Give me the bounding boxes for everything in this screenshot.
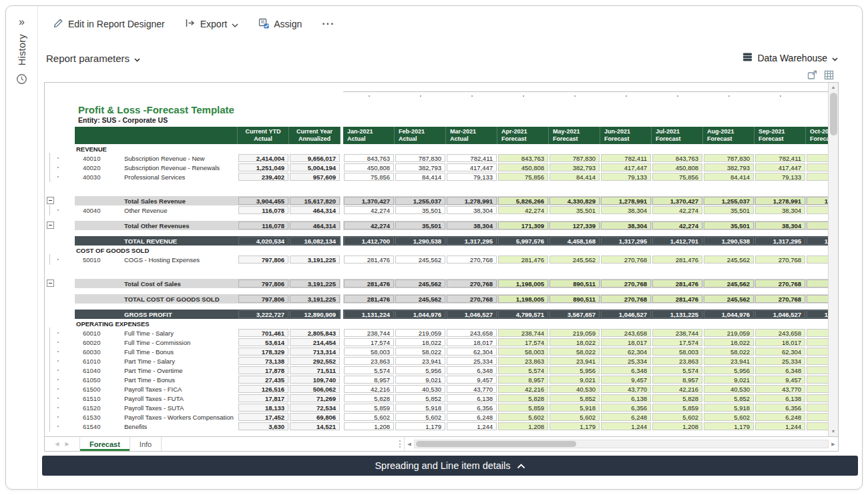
value-cell-jun2021[interactable]: 6,348 xyxy=(601,366,651,374)
vertical-scrollbar[interactable]: ▲ ▼ xyxy=(828,83,838,436)
vertical-scroll-track[interactable] xyxy=(829,135,838,427)
value-cell-apr2021[interactable]: 450,808 xyxy=(498,163,548,171)
column-header-may2021[interactable]: May-2021Forecast xyxy=(549,127,600,144)
value-cell-jun2021[interactable]: 38,304 xyxy=(601,206,651,214)
value-cell-oct2021[interactable] xyxy=(807,376,828,384)
value-cell-aug2021[interactable]: 5,918 xyxy=(704,404,754,412)
value-cell-sep2021[interactable]: 62,304 xyxy=(755,348,805,356)
column-header-ytd[interactable]: Current YTDActual xyxy=(238,127,289,144)
value-cell-may2021[interactable]: 9,021 xyxy=(550,376,600,384)
value-cell-oct2021[interactable] xyxy=(807,357,828,365)
value-cell-oct2021[interactable] xyxy=(807,366,828,374)
value-cell-jul2021[interactable]: 75,856 xyxy=(652,173,702,181)
value-cell-aug2021[interactable]: 219,059 xyxy=(704,329,754,337)
value-cell-jul2021[interactable]: 450,808 xyxy=(652,163,702,171)
assign-button[interactable]: Assign xyxy=(258,18,302,31)
value-cell-jul2021[interactable]: 238,744 xyxy=(652,329,702,337)
value-cell-aug2021[interactable]: 23,941 xyxy=(704,357,754,365)
value-cell-jul2021[interactable]: 281,476 xyxy=(652,256,702,264)
value-cell-jul2021[interactable]: 42,216 xyxy=(652,385,702,393)
column-header-feb2021[interactable]: Feb-2021Actual xyxy=(395,127,446,144)
value-cell-oct2021[interactable] xyxy=(807,256,828,264)
horizontal-scrollbar[interactable]: ◀ ▶ xyxy=(404,437,838,451)
value-cell-apr2021[interactable]: 5,602 xyxy=(498,413,548,421)
value-cell-sep2021[interactable]: 38,304 xyxy=(755,206,805,214)
column-group-indicator[interactable] xyxy=(395,94,446,97)
column-header-ann[interactable]: Current YearAnnualized xyxy=(289,127,341,144)
value-cell-jun2021[interactable]: 782,411 xyxy=(601,154,651,162)
spreading-details-panel-toggle[interactable]: Spreading and Line item details xyxy=(42,456,858,476)
column-group-indicator[interactable] xyxy=(652,94,703,97)
value-cell-may2021[interactable]: 84,414 xyxy=(550,173,600,181)
value-cell-sep2021[interactable]: 18,017 xyxy=(755,338,805,346)
value-cell-apr2021[interactable]: 17,574 xyxy=(498,338,548,346)
value-cell-may2021[interactable]: 382,793 xyxy=(550,163,600,171)
value-cell-oct2021[interactable] xyxy=(807,404,828,412)
value-cell-apr2021[interactable]: 5,828 xyxy=(498,394,548,402)
column-header-sep2021[interactable]: Sep-2021Forecast xyxy=(754,127,806,144)
value-cell-sep2021[interactable]: 79,133 xyxy=(755,173,805,181)
value-cell-may2021[interactable]: 18,022 xyxy=(550,338,600,346)
value-cell-jul2021[interactable]: 5,602 xyxy=(652,413,702,421)
value-cell-may2021[interactable]: 245,562 xyxy=(550,256,600,264)
column-group-indicator[interactable] xyxy=(343,94,395,97)
column-group-indicator[interactable] xyxy=(703,94,754,97)
value-cell-sep2021[interactable]: 782,411 xyxy=(755,154,805,162)
column-header-oct2021[interactable]: Oct-2021Forecast xyxy=(806,127,828,144)
tab-prev-arrow-icon[interactable]: ◀ xyxy=(55,441,59,447)
value-cell-may2021[interactable]: 35,501 xyxy=(550,206,600,214)
value-cell-jul2021[interactable]: 5,574 xyxy=(652,366,702,374)
value-cell-sep2021[interactable]: 270,768 xyxy=(755,256,805,264)
column-header-jan2021[interactable]: Jan-2021Actual xyxy=(343,127,395,144)
value-cell-oct2021[interactable] xyxy=(807,163,828,171)
value-cell-apr2021[interactable]: 42,274 xyxy=(498,206,548,214)
value-cell-apr2021[interactable]: 238,744 xyxy=(498,329,548,337)
value-cell-aug2021[interactable]: 40,530 xyxy=(704,385,754,393)
value-cell-jun2021[interactable]: 43,770 xyxy=(601,385,651,393)
value-cell-aug2021[interactable]: 84,414 xyxy=(704,173,754,181)
value-cell-may2021[interactable]: 58,022 xyxy=(550,348,600,356)
value-cell-apr2021[interactable]: 23,863 xyxy=(498,357,548,365)
expand-sidebar-button[interactable]: » xyxy=(19,17,25,27)
value-cell-apr2021[interactable]: 5,574 xyxy=(498,366,548,374)
value-cell-jul2021[interactable]: 1,208 xyxy=(652,422,702,430)
column-group-indicator[interactable] xyxy=(446,94,497,97)
value-cell-may2021[interactable]: 5,602 xyxy=(550,413,600,421)
value-cell-apr2021[interactable]: 58,003 xyxy=(498,348,548,356)
value-cell-may2021[interactable]: 5,918 xyxy=(550,404,600,412)
value-cell-oct2021[interactable] xyxy=(807,206,828,214)
collapse-group-button[interactable] xyxy=(47,221,54,229)
column-header-mar2021[interactable]: Mar-2021Actual xyxy=(446,127,497,144)
value-cell-jul2021[interactable]: 5,859 xyxy=(652,404,702,412)
collapse-group-button[interactable] xyxy=(47,280,54,287)
value-cell-may2021[interactable]: 219,059 xyxy=(550,329,600,337)
value-cell-oct2021[interactable] xyxy=(807,394,828,402)
horizontal-scroll-track[interactable] xyxy=(414,440,829,448)
value-cell-sep2021[interactable]: 6,248 xyxy=(755,413,805,421)
column-group-indicator[interactable] xyxy=(806,94,828,97)
export-button[interactable]: Export xyxy=(185,18,238,30)
value-cell-may2021[interactable]: 5,852 xyxy=(550,394,600,402)
value-cell-sep2021[interactable]: 6,138 xyxy=(755,394,805,402)
open-external-icon[interactable] xyxy=(807,70,817,81)
value-cell-oct2021[interactable] xyxy=(807,385,828,393)
value-cell-apr2021[interactable]: 843,763 xyxy=(498,154,548,162)
history-label[interactable]: History xyxy=(17,34,27,65)
tab-next-arrow-icon[interactable]: ▶ xyxy=(65,441,69,447)
column-header-jun2021[interactable]: Jun-2021Forecast xyxy=(600,127,652,144)
value-cell-may2021[interactable]: 787,830 xyxy=(550,154,600,162)
column-header-jul2021[interactable]: Jul-2021Forecast xyxy=(652,127,703,144)
column-group-indicator[interactable] xyxy=(497,94,549,97)
value-cell-oct2021[interactable] xyxy=(807,173,828,181)
table-grid-icon[interactable] xyxy=(824,70,834,81)
column-group-indicator[interactable] xyxy=(600,94,652,97)
value-cell-apr2021[interactable]: 5,859 xyxy=(498,404,548,412)
report-parameters-dropdown[interactable]: Report parameters xyxy=(46,53,140,64)
value-cell-aug2021[interactable]: 382,793 xyxy=(704,163,754,171)
more-actions-button[interactable]: ··· xyxy=(322,18,335,30)
value-cell-jul2021[interactable]: 42,274 xyxy=(652,206,702,214)
value-cell-aug2021[interactable]: 5,956 xyxy=(704,366,754,374)
value-cell-jun2021[interactable]: 1,244 xyxy=(601,422,651,430)
value-cell-apr2021[interactable]: 281,476 xyxy=(498,256,548,264)
value-cell-jul2021[interactable]: 17,574 xyxy=(652,338,702,346)
